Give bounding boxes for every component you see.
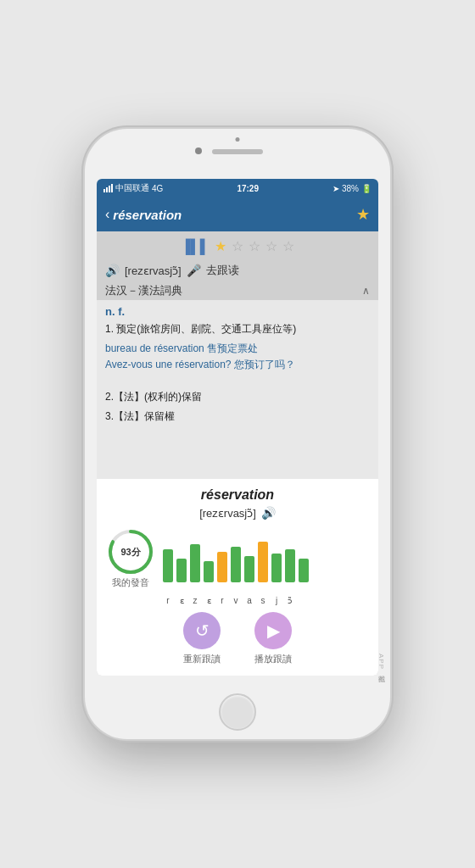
pos-label: n. f.	[105, 305, 370, 318]
phone-screen: 中国联通 4G 17:29 ➤ 38% 🔋 ‹ réservation ★ ▐▌…	[97, 179, 378, 676]
example-1a: bureau de réservation 售预定票处	[105, 341, 370, 357]
rating-row: ▐▌▌ ★ ☆ ☆ ☆ ☆	[97, 231, 378, 259]
back-icon: ‹	[105, 207, 109, 222]
score-circle: 93分	[107, 528, 154, 576]
phoneme-bar-1	[176, 559, 187, 582]
phonetic-row: 🔊 [rezɛrvasjɔ̃] 🎤 去跟读	[97, 259, 378, 280]
signal-bar-4	[111, 184, 113, 192]
def-item-3: 3.【法】保留權	[105, 409, 370, 425]
signal-bars	[103, 184, 113, 192]
def-item-2: 2.【法】(权利的)保留	[105, 389, 370, 405]
score-wrapper: 93分 我的發音	[107, 528, 154, 576]
phoneme-label-4: r	[217, 596, 227, 605]
def-item-1: 1. 预定(旅馆房间、剧院、交通工具座位等)	[105, 321, 370, 337]
phoneme-bar-0	[163, 549, 173, 582]
phoneme-bar-4	[217, 552, 227, 582]
play-icon-circle: ▶	[254, 612, 292, 649]
watermark: APP截图	[376, 654, 385, 671]
phoneme-label-6: a	[244, 596, 254, 605]
phoneme-label-1: ɛ	[176, 596, 187, 605]
phoneme-bar-10	[299, 559, 309, 582]
battery-icon: 🔋	[361, 184, 372, 193]
battery-label: 38%	[342, 184, 359, 193]
phoneme-label-9: ɔ̃	[285, 596, 295, 605]
star-4[interactable]: ☆	[265, 238, 277, 254]
phoneme-bar-3	[204, 561, 214, 582]
pron-phonetic-text: [rezɛrvasjɔ̃]	[199, 507, 256, 520]
phoneme-bar-6	[244, 556, 254, 582]
phone-bars	[163, 535, 368, 582]
phoneme-bar-8	[271, 554, 282, 582]
play-button[interactable]: ▶ 播放跟讀	[254, 612, 292, 665]
repeat-icon-circle: ↺	[183, 612, 221, 649]
nav-bar: ‹ réservation ★	[97, 198, 378, 231]
score-label: 我的發音	[112, 576, 149, 589]
home-button[interactable]	[219, 693, 256, 731]
pron-word: réservation	[201, 487, 274, 503]
phoneme-label-3: ɛ	[204, 596, 214, 605]
phoneme-label-5: v	[231, 596, 241, 605]
phone-speaker	[212, 149, 263, 154]
carrier-label: 中国联通	[115, 182, 149, 194]
status-bar: 中国联通 4G 17:29 ➤ 38% 🔋	[97, 179, 378, 198]
pron-visual: 93分 我的發音	[107, 528, 368, 589]
signal-bar-3	[109, 186, 110, 192]
signal-bar-2	[106, 187, 108, 192]
pronunciation-panel: réservation [rezɛrvasjɔ̃] 🔊	[97, 479, 378, 676]
play-label: 播放跟讀	[254, 653, 292, 665]
example-1b: Avez-vous une réservation? 您预订了吗？	[105, 357, 370, 373]
phoneme-bar-2	[190, 544, 200, 582]
expand-icon[interactable]: ∧	[362, 285, 370, 297]
speaker-icon[interactable]: 🔊	[105, 264, 120, 277]
pron-speaker-icon[interactable]: 🔊	[261, 506, 276, 520]
signal-bar-1	[103, 189, 105, 192]
follow-read-label[interactable]: 去跟读	[206, 263, 239, 278]
action-buttons: ↺ 重新跟讀 ▶ 播放跟讀	[183, 612, 292, 665]
phoneme-bar-5	[231, 547, 241, 582]
phoneme-label-2: z	[190, 596, 200, 605]
time-label: 17:29	[237, 184, 259, 193]
dict-content: ▐▌▌ ★ ☆ ☆ ☆ ☆ 🔊 [rezɛrvasjɔ̃] 🎤 去跟读 法汉－漢…	[97, 231, 378, 676]
dict-name: 法汉－漢法詞典	[105, 283, 182, 298]
dict-body: n. f. 1. 预定(旅馆房间、剧院、交通工具座位等) bureau de r…	[97, 300, 378, 479]
score-text: 93分	[120, 547, 140, 557]
phoneme-labels: rɛzɛrvasjɔ̃	[107, 596, 368, 605]
phone-device: 中国联通 4G 17:29 ➤ 38% 🔋 ‹ réservation ★ ▐▌…	[85, 129, 390, 739]
favorite-star[interactable]: ★	[356, 205, 370, 224]
status-left: 中国联通 4G	[103, 182, 163, 194]
location-icon: ➤	[332, 184, 339, 193]
star-2[interactable]: ☆	[232, 238, 243, 254]
back-button[interactable]: ‹ réservation	[105, 207, 182, 222]
dict-entry-header: 法汉－漢法詞典 ∧	[97, 280, 378, 300]
mic-icon[interactable]: 🎤	[187, 264, 201, 277]
star-1[interactable]: ★	[215, 238, 226, 254]
phoneme-label-7: s	[258, 596, 268, 605]
phone-dot	[236, 137, 240, 142]
status-right: ➤ 38% 🔋	[332, 184, 372, 193]
repeat-label: 重新跟讀	[183, 653, 221, 665]
phonetic-text: [rezɛrvasjɔ̃]	[125, 264, 182, 277]
phone-camera	[195, 147, 202, 154]
phoneme-bar-9	[285, 549, 295, 582]
phoneme-label-0: r	[163, 596, 173, 605]
frequency-bars-icon: ▐▌▌	[181, 239, 210, 254]
pron-phonetic-row: [rezɛrvasjɔ̃] 🔊	[199, 506, 276, 520]
star-5[interactable]: ☆	[282, 238, 294, 254]
star-3[interactable]: ☆	[249, 238, 260, 254]
nav-title: réservation	[113, 208, 182, 222]
phoneme-bar-7	[258, 542, 268, 582]
network-label: 4G	[152, 184, 163, 193]
repeat-button[interactable]: ↺ 重新跟讀	[183, 612, 221, 665]
phoneme-label-8: j	[271, 596, 282, 605]
